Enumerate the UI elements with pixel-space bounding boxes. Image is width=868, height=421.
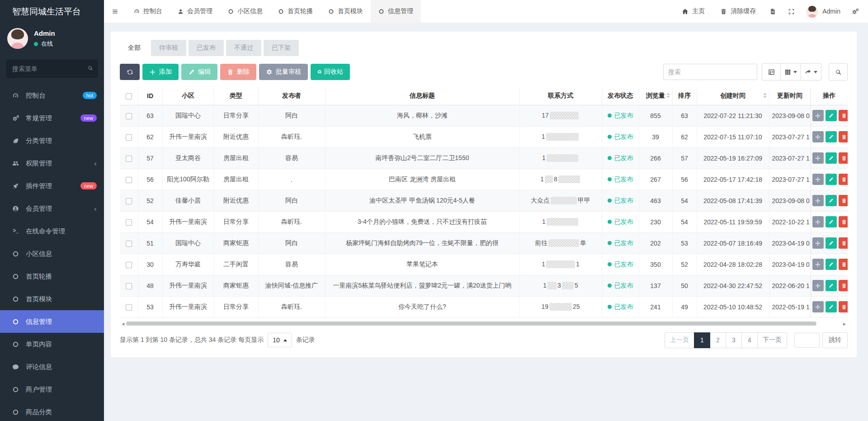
row-delete-button[interactable] — [839, 259, 848, 270]
clear-cache-button[interactable]: 清除缓存 — [712, 0, 764, 23]
row-checkbox[interactable] — [126, 198, 132, 204]
row-delete-button[interactable] — [839, 301, 848, 312]
sidebar-item-community[interactable]: 小区信息 — [0, 242, 104, 265]
batch-audit-button[interactable]: 批量审核 — [259, 64, 308, 80]
sidebar-item-category[interactable]: 分类管理 — [0, 129, 104, 152]
row-checkbox[interactable] — [126, 177, 132, 183]
sidebar-item-member[interactable]: 会员管理‹ — [0, 197, 104, 220]
row-edit-button[interactable] — [826, 216, 837, 227]
row-move-button[interactable] — [812, 259, 824, 270]
select-all-checkbox[interactable] — [126, 93, 132, 99]
row-delete-button[interactable] — [839, 216, 848, 227]
row-checkbox[interactable] — [126, 113, 132, 119]
sort-icon[interactable] — [666, 93, 670, 98]
row-delete-button[interactable] — [839, 237, 848, 249]
add-button[interactable]: 添加 — [142, 64, 179, 80]
page-size-select[interactable]: 10 — [268, 333, 292, 347]
sidebar-item-comment[interactable]: 评论信息 — [0, 355, 104, 378]
row-move-button[interactable] — [812, 152, 824, 164]
table-search-input[interactable] — [663, 64, 757, 80]
row-checkbox[interactable] — [126, 283, 132, 289]
row-checkbox[interactable] — [126, 134, 132, 141]
sidebar-item-addon[interactable]: 插件管理new — [0, 175, 104, 197]
row-edit-button[interactable] — [826, 259, 837, 270]
row-delete-button[interactable] — [839, 152, 848, 164]
sort-icon[interactable] — [763, 93, 767, 98]
row-move-button[interactable] — [812, 131, 824, 142]
next-page-button[interactable]: 下一页 — [757, 332, 787, 348]
tab-all[interactable]: 全部 — [120, 40, 149, 56]
row-checkbox[interactable] — [126, 219, 132, 226]
row-move-button[interactable] — [812, 216, 824, 227]
sidebar-item-info[interactable]: 信息管理 — [0, 310, 104, 333]
columns-button[interactable] — [780, 63, 801, 80]
row-move-button[interactable] — [812, 237, 824, 249]
sidebar-item-auth[interactable]: 权限管理‹ — [0, 152, 104, 175]
scrollbar-thumb[interactable] — [126, 322, 816, 326]
menu-toggle-button[interactable] — [104, 0, 126, 23]
delete-button[interactable]: 删除 — [220, 64, 256, 80]
sidebar-item-banner[interactable]: 首页轮播 — [0, 265, 104, 288]
row-edit-button[interactable] — [826, 110, 837, 121]
search-submit-button[interactable] — [829, 63, 848, 80]
row-checkbox[interactable] — [126, 304, 132, 311]
tab-rejected[interactable]: 不通过 — [226, 40, 261, 56]
row-checkbox[interactable] — [126, 262, 132, 268]
scroll-left-icon[interactable]: ◂ — [120, 322, 126, 326]
row-edit-button[interactable] — [826, 174, 837, 185]
topbar-tab-dashboard[interactable]: 控制台 — [126, 0, 170, 23]
detail-view-button[interactable] — [762, 63, 781, 80]
row-delete-button[interactable] — [839, 195, 848, 206]
home-button[interactable]: 主页 — [674, 0, 712, 23]
row-move-button[interactable] — [812, 280, 824, 291]
fullscreen-button[interactable] — [782, 0, 801, 23]
topbar-tab-module[interactable]: 首页模块 — [321, 0, 371, 23]
row-delete-button[interactable] — [839, 131, 848, 142]
sidebar-item-command[interactable]: >_在线命令管理 — [0, 220, 104, 242]
row-edit-button[interactable] — [826, 280, 837, 291]
column-header-created[interactable]: 创建时间 — [697, 87, 769, 105]
topbar-tab-banner[interactable]: 首页轮播 — [270, 0, 321, 23]
row-edit-button[interactable] — [826, 301, 837, 312]
row-delete-button[interactable] — [839, 110, 848, 121]
row-edit-button[interactable] — [826, 152, 837, 164]
menu-search-input[interactable] — [6, 60, 98, 78]
prev-page-button[interactable]: 上一页 — [665, 332, 694, 348]
refresh-button[interactable] — [120, 64, 140, 80]
row-checkbox[interactable] — [126, 241, 132, 247]
scrollbar-track[interactable] — [126, 322, 841, 326]
topbar-tab-info[interactable]: 信息管理 — [371, 0, 421, 23]
export-button[interactable] — [801, 63, 821, 80]
jump-page-input[interactable] — [794, 333, 820, 348]
admin-user-menu[interactable]: Admin — [801, 0, 846, 23]
topbar-tab-community[interactable]: 小区信息 — [220, 0, 270, 23]
tab-offline[interactable]: 已下架 — [264, 40, 299, 56]
user-avatar[interactable] — [7, 28, 28, 49]
sidebar-item-merchant[interactable]: 商户管理 — [0, 378, 104, 401]
scroll-right-icon[interactable]: ▸ — [841, 322, 848, 326]
row-move-button[interactable] — [812, 174, 824, 185]
sidebar-item-module[interactable]: 首页模块 — [0, 288, 104, 310]
sidebar-item-page[interactable]: 单页内容 — [0, 333, 104, 355]
tab-published[interactable]: 已发布 — [189, 40, 224, 56]
row-edit-button[interactable] — [826, 195, 837, 206]
row-checkbox[interactable] — [126, 156, 132, 162]
row-delete-button[interactable] — [839, 280, 848, 291]
row-move-button[interactable] — [812, 301, 824, 312]
row-edit-button[interactable] — [826, 237, 837, 249]
row-edit-button[interactable] — [826, 131, 837, 142]
tab-pending[interactable]: 待审核 — [151, 40, 186, 56]
sidebar-item-goods[interactable]: 商品分类 — [0, 401, 104, 421]
column-header-views[interactable]: 浏览量 — [639, 87, 672, 105]
sidebar-item-general[interactable]: 常规管理new — [0, 107, 104, 129]
page-button-4[interactable]: 4 — [741, 332, 758, 348]
recycle-button[interactable]: ♻回收站 — [311, 64, 350, 80]
page-button-1[interactable]: 1 — [694, 332, 710, 348]
topbar-tab-member[interactable]: 会员管理 — [170, 0, 220, 23]
row-move-button[interactable] — [812, 110, 824, 121]
page-button-3[interactable]: 3 — [726, 332, 742, 348]
jump-button[interactable]: 跳转 — [822, 332, 848, 348]
page-button-2[interactable]: 2 — [710, 332, 726, 348]
edit-button[interactable]: 编辑 — [181, 64, 217, 80]
row-move-button[interactable] — [812, 195, 824, 206]
